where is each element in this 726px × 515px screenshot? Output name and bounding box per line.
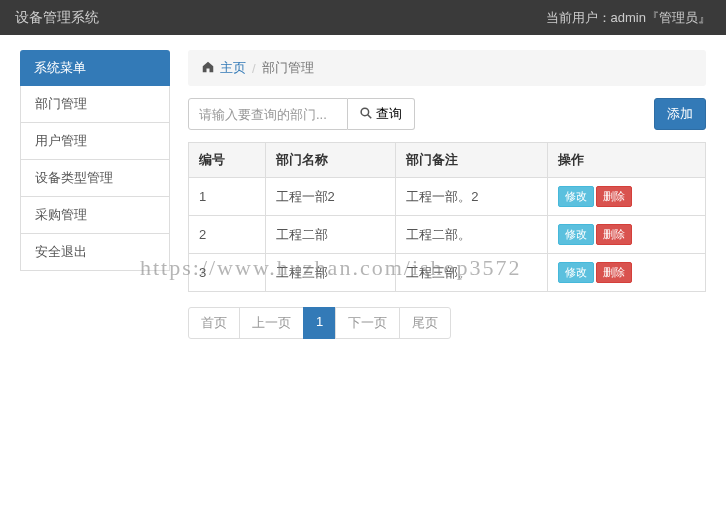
home-icon [202,61,214,76]
data-table: 编号 部门名称 部门备注 操作 1工程一部2工程一部。2修改删除2工程二部工程二… [188,142,706,292]
delete-button[interactable]: 删除 [596,262,632,283]
user-role: 『管理员』 [646,10,711,25]
user-prefix: 当前用户： [546,10,611,25]
edit-button[interactable]: 修改 [558,224,594,245]
search-button-label: 查询 [376,105,402,123]
app-brand: 设备管理系统 [15,9,99,27]
cell-id: 2 [189,216,266,254]
cell-ops: 修改删除 [548,216,706,254]
breadcrumb-current: 部门管理 [262,59,314,77]
delete-button[interactable]: 删除 [596,186,632,207]
svg-line-1 [368,114,372,118]
table-row: 2工程二部工程二部。修改删除 [189,216,706,254]
breadcrumb-home[interactable]: 主页 [220,59,246,77]
th-op: 操作 [548,143,706,178]
edit-button[interactable]: 修改 [558,262,594,283]
search-button[interactable]: 查询 [348,98,415,130]
cell-name: 工程二部 [265,216,396,254]
user-name: admin [611,10,646,25]
sidebar-item-department[interactable]: 部门管理 [20,86,170,123]
page-last[interactable]: 尾页 [399,307,451,339]
cell-ops: 修改删除 [548,254,706,292]
page-first[interactable]: 首页 [188,307,240,339]
cell-id: 1 [189,178,266,216]
sidebar-item-devicetype[interactable]: 设备类型管理 [20,160,170,197]
breadcrumb: 主页 / 部门管理 [188,50,706,86]
cell-remark: 工程三部。 [396,254,548,292]
th-remark: 部门备注 [396,143,548,178]
page-1[interactable]: 1 [303,307,336,339]
breadcrumb-separator: / [252,61,256,76]
cell-remark: 工程二部。 [396,216,548,254]
cell-id: 3 [189,254,266,292]
sidebar-item-purchase[interactable]: 采购管理 [20,197,170,234]
add-button[interactable]: 添加 [654,98,706,130]
page-prev[interactable]: 上一页 [239,307,304,339]
cell-name: 工程三部 [265,254,396,292]
th-name: 部门名称 [265,143,396,178]
edit-button[interactable]: 修改 [558,186,594,207]
top-navbar: 设备管理系统 当前用户：admin『管理员』 [0,0,726,35]
table-row: 3工程三部工程三部。修改删除 [189,254,706,292]
sidebar: 系统菜单 部门管理 用户管理 设备类型管理 采购管理 安全退出 [20,50,170,420]
main-content: 主页 / 部门管理 查询 添加 编号 部门名称 [188,50,706,420]
sidebar-header: 系统菜单 [20,50,170,86]
sidebar-item-logout[interactable]: 安全退出 [20,234,170,271]
search-group: 查询 [188,98,415,130]
sidebar-item-user[interactable]: 用户管理 [20,123,170,160]
cell-name: 工程一部2 [265,178,396,216]
table-row: 1工程一部2工程一部。2修改删除 [189,178,706,216]
current-user: 当前用户：admin『管理员』 [546,9,711,27]
pagination: 首页 上一页 1 下一页 尾页 [188,307,706,339]
cell-remark: 工程一部。2 [396,178,548,216]
cell-ops: 修改删除 [548,178,706,216]
page-next[interactable]: 下一页 [335,307,400,339]
search-input[interactable] [188,98,348,130]
delete-button[interactable]: 删除 [596,224,632,245]
toolbar: 查询 添加 [188,98,706,130]
th-id: 编号 [189,143,266,178]
search-icon [360,107,372,122]
